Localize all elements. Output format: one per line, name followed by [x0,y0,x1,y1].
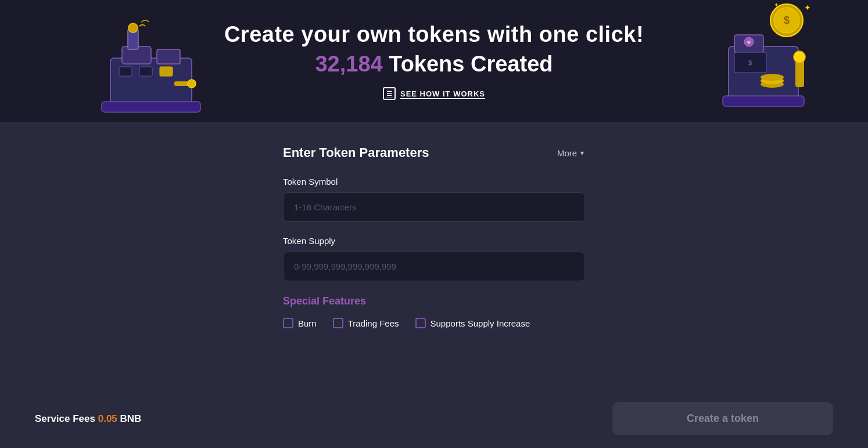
left-illustration [93,6,209,116]
header-title: Create your own tokens with one click! [224,22,644,47]
checkbox-supply-increase[interactable]: Supports Supply Increase [415,318,530,328]
see-how-link[interactable]: ☰ SEE HOW IT WORKS [383,87,485,100]
token-count: 32,184 [315,52,382,76]
checkboxes-row: Burn Trading Fees Supports Supply Increa… [283,318,585,328]
supply-increase-label: Supports Supply Increase [431,318,530,328]
token-symbol-label: Token Symbol [283,177,585,187]
svg-text:$: $ [748,59,752,66]
header-subtitle: 32,184 Tokens Created [315,52,553,77]
create-token-button[interactable]: Create a token [612,402,833,435]
svg-rect-25 [723,96,804,106]
token-symbol-input[interactable] [283,192,585,222]
token-supply-input[interactable] [283,252,585,281]
svg-text:✦: ✦ [804,3,810,12]
checkbox-trading-fees[interactable]: Trading Fees [333,318,399,328]
token-supply-field: Token Supply [283,236,585,295]
svg-point-10 [188,80,196,88]
form-container: Enter Token Parameters More ▼ Token Symb… [271,145,597,352]
svg-point-4 [128,23,138,33]
svg-rect-8 [102,102,200,112]
checkbox-burn[interactable]: Burn [283,318,317,328]
svg-rect-2 [157,49,180,64]
more-label: More [557,148,577,158]
svg-rect-6 [139,67,152,76]
trading-fees-checkbox[interactable] [333,318,343,328]
token-symbol-field: Token Symbol [283,177,585,236]
header-section: $ ✦ ✦ $ 👁 [0,0,868,122]
form-title: Enter Token Parameters [283,145,429,160]
token-supply-label: Token Supply [283,236,585,246]
form-header: Enter Token Parameters More ▼ [283,145,585,160]
document-icon: ☰ [383,87,396,100]
svg-text:$: $ [784,15,790,26]
service-fees-text: Service Fees 0.05 BNB [35,413,141,425]
chevron-down-icon: ▼ [579,150,585,156]
svg-point-24 [794,51,805,63]
right-illustration: $ ✦ ✦ $ 👁 [682,0,810,116]
fee-currency: BNB [120,413,142,424]
more-dropdown[interactable]: More ▼ [557,148,585,158]
service-fees-label: Service Fees [35,413,95,424]
trading-fees-label: Trading Fees [348,318,399,328]
see-how-label: SEE HOW IT WORKS [400,89,485,98]
svg-text:👁: 👁 [747,40,751,45]
svg-point-22 [761,74,784,81]
burn-label: Burn [298,318,317,328]
footer-bar: Service Fees 0.05 BNB Create a token [0,389,868,448]
svg-rect-7 [160,67,173,76]
svg-rect-5 [119,67,132,76]
main-section: Enter Token Parameters More ▼ Token Symb… [0,122,868,448]
page-wrapper: $ ✦ ✦ $ 👁 [0,0,868,448]
fee-amount: 0.05 [98,413,117,424]
special-features-label: Special Features [283,295,585,307]
svg-text:✦: ✦ [774,2,779,8]
supply-increase-checkbox[interactable] [415,318,426,328]
burn-checkbox[interactable] [283,318,293,328]
header-suffix: Tokens Created [389,52,553,76]
